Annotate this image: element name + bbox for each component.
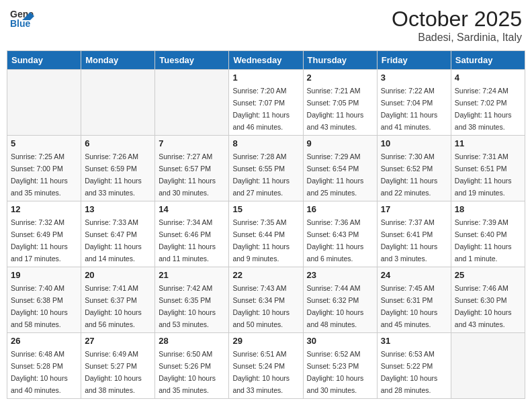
day-info: Sunrise: 7:28 AMSunset: 6:55 PMDaylight:… <box>232 152 290 197</box>
calendar-cell: 23Sunrise: 7:44 AMSunset: 6:32 PMDayligh… <box>303 267 377 333</box>
day-number: 24 <box>381 270 447 280</box>
day-number: 10 <box>381 138 447 148</box>
day-info: Sunrise: 7:43 AMSunset: 6:34 PMDaylight:… <box>232 284 290 328</box>
calendar-cell: 2Sunrise: 7:21 AMSunset: 7:05 PMDaylight… <box>303 70 377 136</box>
day-info: Sunrise: 7:20 AMSunset: 7:07 PMDaylight:… <box>232 87 290 131</box>
day-number: 23 <box>307 270 373 280</box>
calendar-cell: 15Sunrise: 7:35 AMSunset: 6:44 PMDayligh… <box>229 201 303 267</box>
calendar-cell: 10Sunrise: 7:30 AMSunset: 6:52 PMDayligh… <box>377 136 451 201</box>
calendar-cell: 19Sunrise: 7:40 AMSunset: 6:38 PMDayligh… <box>7 267 81 333</box>
day-info: Sunrise: 7:21 AMSunset: 7:05 PMDaylight:… <box>307 87 364 131</box>
day-info: Sunrise: 7:26 AMSunset: 6:59 PMDaylight:… <box>85 152 142 197</box>
day-number: 20 <box>85 270 151 280</box>
day-info: Sunrise: 7:33 AMSunset: 6:47 PMDaylight:… <box>85 218 142 263</box>
calendar-cell: 3Sunrise: 7:22 AMSunset: 7:04 PMDaylight… <box>377 70 451 136</box>
day-info: Sunrise: 7:39 AMSunset: 6:40 PMDaylight:… <box>455 218 512 263</box>
calendar-cell: 4Sunrise: 7:24 AMSunset: 7:02 PMDaylight… <box>451 70 525 136</box>
location: Badesi, Sardinia, Italy <box>392 32 522 44</box>
weekday-header: Wednesday <box>229 51 303 70</box>
day-info: Sunrise: 7:32 AMSunset: 6:49 PMDaylight:… <box>11 218 68 263</box>
day-info: Sunrise: 6:53 AMSunset: 5:22 PMDaylight:… <box>381 350 438 394</box>
day-info: Sunrise: 7:46 AMSunset: 6:30 PMDaylight:… <box>455 284 512 328</box>
logo: General Blue <box>10 7 34 34</box>
calendar-week-row: 26Sunrise: 6:48 AMSunset: 5:28 PMDayligh… <box>7 333 525 399</box>
calendar-cell: 1Sunrise: 7:20 AMSunset: 7:07 PMDaylight… <box>229 70 303 136</box>
day-info: Sunrise: 7:24 AMSunset: 7:02 PMDaylight:… <box>455 87 512 131</box>
day-info: Sunrise: 7:42 AMSunset: 6:35 PMDaylight:… <box>159 284 216 328</box>
calendar-cell: 6Sunrise: 7:26 AMSunset: 6:59 PMDaylight… <box>81 136 155 201</box>
calendar-table: SundayMondayTuesdayWednesdayThursdayFrid… <box>7 50 525 399</box>
day-number: 16 <box>307 204 373 214</box>
page-header: General Blue October 2025 Badesi, Sardin… <box>7 7 525 44</box>
day-info: Sunrise: 7:41 AMSunset: 6:37 PMDaylight:… <box>85 284 142 328</box>
day-number: 22 <box>232 270 299 280</box>
weekday-header: Thursday <box>303 51 377 70</box>
day-info: Sunrise: 7:35 AMSunset: 6:44 PMDaylight:… <box>232 218 290 263</box>
logo-graphic: General Blue <box>10 7 34 34</box>
weekday-header-row: SundayMondayTuesdayWednesdayThursdayFrid… <box>7 51 525 70</box>
calendar-week-row: 5Sunrise: 7:25 AMSunset: 7:00 PMDaylight… <box>7 136 525 201</box>
calendar-cell: 9Sunrise: 7:29 AMSunset: 6:54 PMDaylight… <box>303 136 377 201</box>
calendar-cell: 14Sunrise: 7:34 AMSunset: 6:46 PMDayligh… <box>155 201 229 267</box>
day-number: 7 <box>159 138 225 148</box>
day-number: 21 <box>159 270 225 280</box>
calendar-cell: 29Sunrise: 6:51 AMSunset: 5:24 PMDayligh… <box>229 333 303 399</box>
day-number: 11 <box>455 138 521 148</box>
calendar-week-row: 19Sunrise: 7:40 AMSunset: 6:38 PMDayligh… <box>7 267 525 333</box>
day-info: Sunrise: 7:44 AMSunset: 6:32 PMDaylight:… <box>307 284 364 328</box>
weekday-header: Monday <box>81 51 155 70</box>
day-info: Sunrise: 6:51 AMSunset: 5:24 PMDaylight:… <box>232 350 290 394</box>
calendar-week-row: 1Sunrise: 7:20 AMSunset: 7:07 PMDaylight… <box>7 70 525 136</box>
calendar-cell: 28Sunrise: 6:50 AMSunset: 5:26 PMDayligh… <box>155 333 229 399</box>
day-number: 8 <box>232 138 299 148</box>
calendar-cell: 26Sunrise: 6:48 AMSunset: 5:28 PMDayligh… <box>7 333 81 399</box>
day-number: 17 <box>381 204 447 214</box>
day-number: 3 <box>381 73 447 83</box>
calendar-cell: 16Sunrise: 7:36 AMSunset: 6:43 PMDayligh… <box>303 201 377 267</box>
day-number: 15 <box>232 204 299 214</box>
calendar-cell: 7Sunrise: 7:27 AMSunset: 6:57 PMDaylight… <box>155 136 229 201</box>
calendar-cell: 5Sunrise: 7:25 AMSunset: 7:00 PMDaylight… <box>7 136 81 201</box>
day-info: Sunrise: 6:50 AMSunset: 5:26 PMDaylight:… <box>159 350 216 394</box>
day-number: 27 <box>85 336 151 346</box>
day-info: Sunrise: 7:37 AMSunset: 6:41 PMDaylight:… <box>381 218 438 263</box>
weekday-header: Saturday <box>451 51 525 70</box>
calendar-cell: 30Sunrise: 6:52 AMSunset: 5:23 PMDayligh… <box>303 333 377 399</box>
day-number: 26 <box>11 336 77 346</box>
day-number: 18 <box>455 204 521 214</box>
calendar-cell: 21Sunrise: 7:42 AMSunset: 6:35 PMDayligh… <box>155 267 229 333</box>
svg-text:Blue: Blue <box>10 18 31 29</box>
calendar-cell: 25Sunrise: 7:46 AMSunset: 6:30 PMDayligh… <box>451 267 525 333</box>
calendar-cell: 27Sunrise: 6:49 AMSunset: 5:27 PMDayligh… <box>81 333 155 399</box>
day-number: 30 <box>307 336 373 346</box>
day-info: Sunrise: 7:36 AMSunset: 6:43 PMDaylight:… <box>307 218 364 263</box>
day-number: 25 <box>455 270 521 280</box>
day-number: 12 <box>11 204 77 214</box>
calendar-cell: 17Sunrise: 7:37 AMSunset: 6:41 PMDayligh… <box>377 201 451 267</box>
day-number: 28 <box>159 336 225 346</box>
calendar-cell: 20Sunrise: 7:41 AMSunset: 6:37 PMDayligh… <box>81 267 155 333</box>
calendar-cell: 22Sunrise: 7:43 AMSunset: 6:34 PMDayligh… <box>229 267 303 333</box>
day-info: Sunrise: 7:40 AMSunset: 6:38 PMDaylight:… <box>11 284 68 328</box>
calendar-cell <box>155 70 229 136</box>
day-number: 19 <box>11 270 77 280</box>
title-block: October 2025 Badesi, Sardinia, Italy <box>392 7 522 44</box>
day-info: Sunrise: 7:22 AMSunset: 7:04 PMDaylight:… <box>381 87 438 131</box>
day-info: Sunrise: 7:34 AMSunset: 6:46 PMDaylight:… <box>159 218 216 263</box>
day-number: 2 <box>307 73 373 83</box>
calendar-cell <box>451 333 525 399</box>
day-info: Sunrise: 7:25 AMSunset: 7:00 PMDaylight:… <box>11 152 68 197</box>
day-info: Sunrise: 6:48 AMSunset: 5:28 PMDaylight:… <box>11 350 68 394</box>
day-info: Sunrise: 7:31 AMSunset: 6:51 PMDaylight:… <box>455 152 512 197</box>
weekday-header: Tuesday <box>155 51 229 70</box>
day-number: 4 <box>455 73 521 83</box>
day-info: Sunrise: 6:49 AMSunset: 5:27 PMDaylight:… <box>85 350 142 394</box>
day-info: Sunrise: 7:45 AMSunset: 6:31 PMDaylight:… <box>381 284 438 328</box>
day-info: Sunrise: 7:27 AMSunset: 6:57 PMDaylight:… <box>159 152 216 197</box>
calendar-cell <box>7 70 81 136</box>
day-number: 14 <box>159 204 225 214</box>
day-number: 1 <box>232 73 299 83</box>
day-number: 29 <box>232 336 299 346</box>
month-title: October 2025 <box>392 7 522 32</box>
calendar-cell: 13Sunrise: 7:33 AMSunset: 6:47 PMDayligh… <box>81 201 155 267</box>
